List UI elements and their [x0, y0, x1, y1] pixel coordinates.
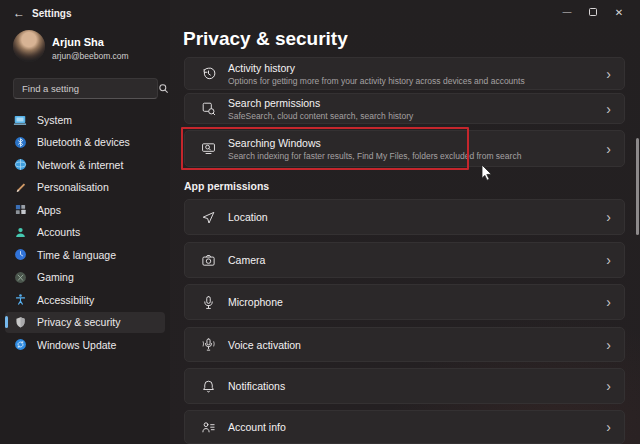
- card-account-info[interactable]: Account info ›: [184, 410, 625, 444]
- profile-email: arjun@beebom.com: [52, 51, 129, 61]
- highlight-annotation-box: [181, 127, 469, 170]
- card-title: Account info: [228, 421, 286, 433]
- sidebar-item-accounts[interactable]: Accounts: [5, 222, 165, 243]
- back-arrow-icon: ←: [13, 6, 25, 20]
- card-location[interactable]: Location ›: [184, 199, 625, 235]
- sidebar-item-label: Apps: [37, 204, 61, 216]
- chevron-right-icon: ›: [598, 295, 611, 309]
- profile-name: Arjun Sha: [52, 36, 104, 48]
- search-input[interactable]: [14, 83, 158, 94]
- sidebar-item-time-language[interactable]: Time & language: [5, 244, 165, 265]
- person-icon: [13, 225, 27, 239]
- account-info-icon: [200, 419, 216, 435]
- clock-icon: [13, 248, 27, 262]
- settings-window: ← Settings — ✕ Arjun Sha arjun@beebom.co…: [0, 0, 640, 444]
- sidebar-item-bluetooth-devices[interactable]: Bluetooth & devices: [5, 132, 165, 153]
- sidebar-item-label: Privacy & security: [37, 316, 120, 328]
- card-camera[interactable]: Camera ›: [184, 242, 625, 278]
- section-header-app-permissions: App permissions: [184, 180, 269, 192]
- minimize-icon: —: [563, 7, 572, 17]
- location-icon: [200, 209, 216, 225]
- sidebar-item-personalisation[interactable]: Personalisation: [5, 177, 165, 198]
- chevron-right-icon: ›: [598, 253, 611, 267]
- voice-activation-icon: [200, 337, 216, 353]
- sidebar-item-network-internet[interactable]: Network & internet: [5, 154, 165, 175]
- globe-icon: [13, 158, 27, 172]
- selected-indicator: [5, 316, 8, 328]
- card-search-permissions[interactable]: Search permissions SafeSearch, cloud con…: [184, 93, 625, 124]
- card-title: Activity history: [228, 62, 525, 74]
- card-title: Microphone: [228, 296, 283, 308]
- sidebar-item-label: Personalisation: [37, 181, 109, 193]
- card-subtitle: Options for getting more from your activ…: [228, 76, 525, 86]
- activity-history-icon: [200, 66, 216, 82]
- sidebar-item-label: System: [37, 114, 72, 126]
- sidebar-item-apps[interactable]: Apps: [5, 199, 165, 220]
- update-arrows-icon: [13, 338, 27, 352]
- camera-icon: [200, 252, 216, 268]
- chevron-right-icon: ›: [598, 102, 611, 116]
- shield-icon: [13, 315, 27, 329]
- sidebar-item-label: Accessibility: [37, 294, 94, 306]
- card-microphone[interactable]: Microphone ›: [184, 284, 625, 320]
- minimize-button[interactable]: —: [554, 2, 580, 22]
- scrollbar[interactable]: [636, 138, 639, 235]
- app-title: Settings: [32, 8, 71, 19]
- close-button[interactable]: ✕: [606, 2, 632, 22]
- system-icon: [13, 113, 27, 127]
- sidebar-item-accessibility[interactable]: Accessibility: [5, 289, 165, 310]
- search-icon: [158, 83, 169, 94]
- sidebar-nav: System Bluetooth & devices Network & int…: [0, 109, 170, 357]
- sidebar-item-label: Gaming: [37, 271, 74, 283]
- avatar[interactable]: [13, 30, 45, 62]
- card-title: Camera: [228, 254, 265, 266]
- maximize-icon: [589, 8, 597, 16]
- accessibility-person-icon: [13, 293, 27, 307]
- card-title: Voice activation: [228, 339, 301, 351]
- search-box[interactable]: [13, 78, 158, 99]
- card-activity-history[interactable]: Activity history Options for getting mor…: [184, 57, 625, 90]
- mouse-cursor-icon: [481, 164, 493, 181]
- sidebar: Arjun Sha arjun@beebom.com System: [0, 26, 170, 444]
- sidebar-item-system[interactable]: System: [5, 109, 165, 130]
- bell-icon: [200, 378, 216, 394]
- sidebar-item-gaming[interactable]: Gaming: [5, 267, 165, 288]
- sidebar-item-privacy-security[interactable]: Privacy & security: [5, 312, 165, 333]
- chevron-right-icon: ›: [598, 142, 611, 156]
- chevron-right-icon: ›: [598, 210, 611, 224]
- card-title: Search permissions: [228, 97, 413, 109]
- chevron-right-icon: ›: [598, 67, 611, 81]
- search-permissions-icon: [200, 101, 216, 117]
- maximize-button[interactable]: [580, 2, 606, 22]
- page-title: Privacy & security: [183, 28, 348, 50]
- card-subtitle: SafeSearch, cloud content search, search…: [228, 111, 413, 121]
- sidebar-item-label: Time & language: [37, 249, 116, 261]
- sidebar-item-windows-update[interactable]: Windows Update: [5, 334, 165, 355]
- paintbrush-icon: [13, 180, 27, 194]
- xbox-icon: [13, 270, 27, 284]
- apps-grid-icon: [13, 203, 27, 217]
- card-title: Notifications: [228, 380, 285, 392]
- back-button[interactable]: ←: [8, 3, 30, 23]
- sidebar-item-label: Windows Update: [37, 339, 116, 351]
- close-icon: ✕: [615, 7, 623, 18]
- sidebar-item-label: Network & internet: [37, 159, 123, 171]
- sidebar-item-label: Accounts: [37, 226, 80, 238]
- sidebar-item-label: Bluetooth & devices: [37, 136, 130, 148]
- chevron-right-icon: ›: [598, 379, 611, 393]
- chevron-right-icon: ›: [598, 420, 611, 434]
- titlebar: ← Settings — ✕: [0, 0, 640, 26]
- chevron-right-icon: ›: [598, 338, 611, 352]
- window-controls: — ✕: [554, 2, 632, 22]
- card-title: Location: [228, 211, 268, 223]
- card-voice-activation[interactable]: Voice activation ›: [184, 327, 625, 362]
- card-notifications[interactable]: Notifications ›: [184, 368, 625, 404]
- bluetooth-icon: [13, 135, 27, 149]
- microphone-icon: [200, 294, 216, 310]
